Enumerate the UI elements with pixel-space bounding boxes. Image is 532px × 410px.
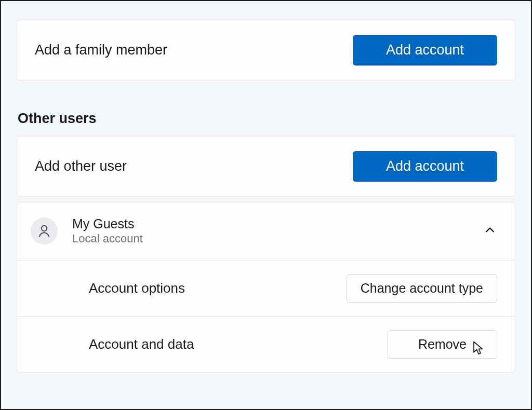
account-and-data-row: Account and data Remove [17,317,515,372]
user-header-left: My Guests Local account [31,216,143,247]
account-and-data-label: Account and data [89,336,194,352]
remove-account-button[interactable]: Remove [388,330,497,359]
account-options-label: Account options [89,280,185,296]
chevron-up-icon [483,223,497,239]
add-family-member-row: Add a family member Add account [17,20,515,80]
add-family-member-card: Add a family member Add account [17,20,515,80]
add-other-user-card: Add other user Add account [17,136,515,197]
add-other-user-row: Add other user Add account [17,136,515,196]
change-account-type-button[interactable]: Change account type [347,274,497,303]
add-other-account-button[interactable]: Add account [353,151,497,182]
person-icon [31,217,58,244]
add-family-member-label: Add a family member [35,42,167,58]
user-name: My Guests [72,216,143,231]
user-account-type: Local account [72,231,143,247]
add-family-account-button[interactable]: Add account [353,35,497,65]
svg-point-0 [42,226,47,231]
user-text-block: My Guests Local account [72,216,143,247]
remove-button-wrap: Remove [388,330,497,359]
user-header-row[interactable]: My Guests Local account [17,202,515,261]
other-users-heading: Other users [18,111,515,127]
account-options-row: Account options Change account type [17,261,515,317]
user-entry-card: My Guests Local account Account options … [17,202,515,373]
add-other-user-label: Add other user [35,158,127,174]
